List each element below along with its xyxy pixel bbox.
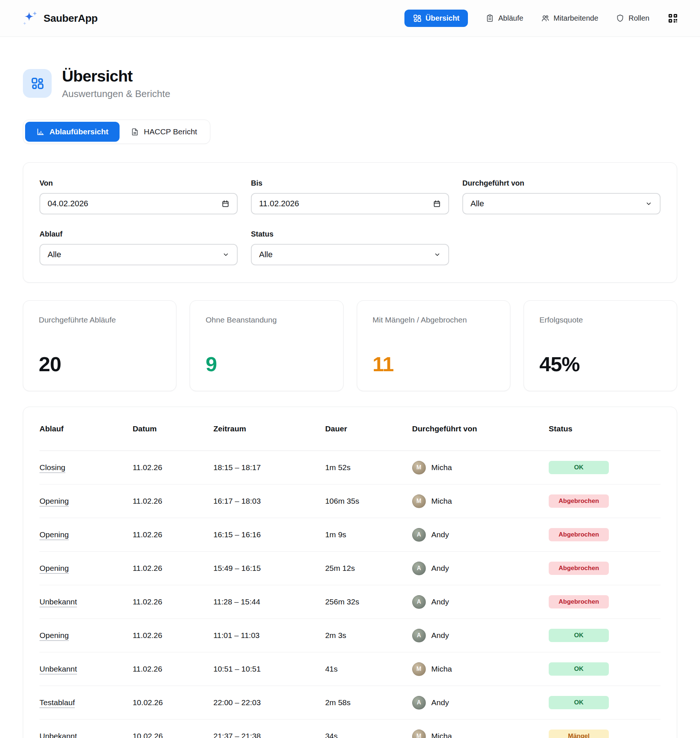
person-cell: A Andy [412,562,549,575]
filter-bis: Bis 11.02.2026 [251,179,449,215]
zeitraum-cell: 22:00 – 22:03 [213,698,325,707]
status-badge: OK [549,696,609,709]
stat-label: Ohne Beanstandung [206,316,327,324]
performed-by-select[interactable]: Alle [462,193,660,215]
column-header-ablauf: Ablauf [40,424,132,433]
ablauf-link[interactable]: Closing [40,463,65,472]
table-row: Opening 11.02.26 15:49 – 16:15 25m 12s A… [40,551,660,585]
ablauf-select[interactable]: Alle [40,244,238,265]
tab-haccp-bericht[interactable]: HACCP Bericht [119,122,208,142]
table-row: Unbekannt 10.02.26 21:37 – 21:38 34s M M… [40,719,660,738]
person-cell: M Micha [412,494,549,508]
nav-item-ablaeufe[interactable]: Abläufe [485,14,523,22]
person-cell: A Andy [412,629,549,642]
ablauf-value: Alle [48,250,61,259]
datum-cell: 11.02.26 [132,664,213,673]
stat-card-mit-maengeln: Mit Mängeln / Abgebrochen 11 [357,300,510,391]
stat-card-durchgefuehrte-ablaeufe: Durchgeführte Abläufe 20 [23,300,176,391]
person-cell: M Micha [412,729,549,738]
zeitraum-cell: 10:51 – 10:51 [213,664,325,673]
ablauf-link[interactable]: Unbekannt [40,597,77,606]
zeitraum-cell: 15:49 – 16:15 [213,564,325,573]
calendar-icon [433,200,441,208]
status-cell: OK [549,696,660,709]
tab-label: Ablaufübersicht [50,127,109,136]
filter-label: Status [251,230,449,238]
ablauf-link[interactable]: Unbekannt [40,664,77,673]
nav-item-uebersicht[interactable]: Übersicht [404,10,468,27]
stat-label: Durchgeführte Abläufe [39,316,160,324]
dauer-cell: 256m 32s [325,597,412,606]
qr-code-button[interactable] [667,13,679,24]
filter-label: Ablauf [40,230,238,238]
nav-item-rollen[interactable]: Rollen [616,14,650,22]
zeitraum-cell: 16:15 – 16:16 [213,530,325,539]
dashboard-grid-icon [31,77,44,90]
stat-value: 9 [206,352,327,376]
ablauf-link[interactable]: Opening [40,564,69,572]
calendar-icon [221,200,229,208]
top-nav: SauberApp Übersicht Abläufe Mitarbeitend… [0,0,700,37]
column-header-status: Status [549,424,660,433]
stat-value: 45% [540,352,661,376]
avatar: A [412,629,426,642]
chevron-down-icon [222,251,229,258]
tab-ablaufuebersicht[interactable]: Ablaufübersicht [25,122,119,142]
person-name: Micha [431,732,452,738]
date-to-input[interactable]: 11.02.2026 [251,193,449,215]
avatar: M [412,494,426,508]
avatar: A [412,696,426,710]
date-from-value: 04.02.2026 [48,199,88,209]
datum-cell: 11.02.26 [132,497,213,506]
person-cell: M Micha [412,662,549,676]
report-tabs: Ablaufübersicht HACCP Bericht [23,119,210,144]
avatar: M [412,461,426,475]
date-from-input[interactable]: 04.02.2026 [40,193,238,215]
status-cell: Abgebrochen [549,494,660,508]
ablauf-link[interactable]: Unbekannt [40,732,77,738]
person-name: Andy [431,698,449,707]
table-row: Unbekannt 11.02.26 11:28 – 15:44 256m 32… [40,585,660,619]
bar-chart-icon [36,128,45,136]
person-cell: A Andy [412,528,549,542]
ablauf-link[interactable]: Opening [40,497,69,505]
status-cell: Abgebrochen [549,528,660,541]
ablauf-link[interactable]: Testablauf [40,698,75,707]
person-name: Andy [431,631,449,640]
datum-cell: 11.02.26 [132,530,213,539]
dauer-cell: 41s [325,664,412,673]
status-badge: Abgebrochen [549,595,609,609]
shield-icon [616,14,624,22]
ablauf-link[interactable]: Opening [40,530,69,539]
stat-card-erfolgsquote: Erfolgsquote 45% [524,300,677,391]
brand[interactable]: SauberApp [21,10,98,26]
chevron-down-icon [434,251,441,258]
status-cell: Mängel [549,729,660,738]
status-badge: OK [549,461,609,474]
avatar: A [412,595,426,609]
chevron-down-icon [645,200,652,207]
stat-label: Erfolgsquote [540,316,661,324]
zeitraum-cell: 21:37 – 21:38 [213,732,325,738]
dauer-cell: 25m 12s [325,564,412,573]
nav-item-label: Abläufe [498,14,523,22]
person-name: Micha [431,497,452,506]
filter-label: Durchgeführt von [462,179,660,187]
dauer-cell: 2m 3s [325,631,412,640]
avatar: A [412,562,426,575]
runs-table: Ablauf Datum Zeitraum Dauer Durchgeführt… [23,407,677,738]
nav-item-mitarbeitende[interactable]: Mitarbeitende [541,14,598,22]
person-name: Micha [431,463,452,472]
status-select[interactable]: Alle [251,244,449,265]
table-row: Opening 11.02.26 16:17 – 18:03 106m 35s … [40,484,660,518]
zeitraum-cell: 11:28 – 15:44 [213,597,325,606]
table-row: Testablauf 10.02.26 22:00 – 22:03 2m 58s… [40,686,660,719]
dauer-cell: 1m 9s [325,530,412,539]
filter-status: Status Alle [251,230,449,265]
column-header-datum: Datum [132,424,213,433]
table-row: Closing 11.02.26 18:15 – 18:17 1m 52s M … [40,451,660,484]
person-cell: A Andy [412,696,549,710]
stat-label: Mit Mängeln / Abgebrochen [373,316,494,324]
status-badge: Abgebrochen [549,528,609,541]
ablauf-link[interactable]: Opening [40,631,69,640]
